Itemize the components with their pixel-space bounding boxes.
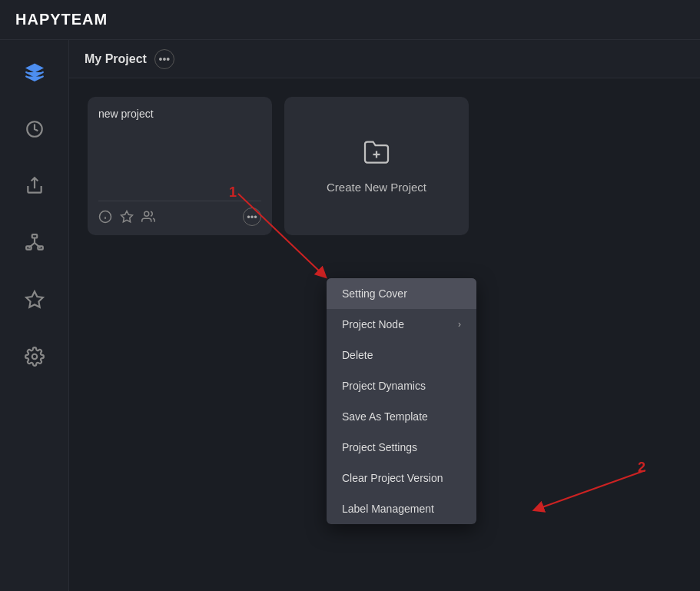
projects-grid: new project (69, 78, 700, 254)
project-card[interactable]: new project (88, 97, 272, 235)
sidebar-item-share[interactable] (18, 169, 51, 203)
app-title: HAPYTEAM (15, 11, 108, 28)
topbar: HAPYTEAM (0, 0, 700, 40)
svg-point-9 (32, 354, 37, 360)
project-header: My Project ••• (69, 40, 700, 78)
context-menu-item-delete[interactable]: Delete (327, 340, 476, 370)
sidebar-item-favorites[interactable] (18, 283, 51, 317)
svg-text:2: 2 (638, 460, 645, 475)
annotation-arrow-2: 2 (515, 455, 668, 547)
svg-rect-2 (32, 234, 37, 237)
card-more-button[interactable]: ••• (243, 208, 261, 226)
project-card-title: new project (98, 108, 261, 120)
context-menu: Setting Cover Project Node › Delete Proj… (327, 278, 476, 524)
svg-marker-8 (26, 291, 43, 307)
chevron-right-icon: › (458, 319, 461, 330)
context-menu-item-project-settings[interactable]: Project Settings (327, 432, 476, 463)
context-menu-item-setting-cover[interactable]: Setting Cover (327, 278, 476, 309)
project-card-actions: ••• (98, 201, 261, 226)
sidebar (0, 40, 69, 591)
sidebar-item-clock[interactable] (18, 112, 51, 146)
create-project-card[interactable]: Create New Project (284, 97, 469, 235)
context-menu-item-project-node[interactable]: Project Node › (327, 309, 476, 340)
sidebar-item-settings[interactable] (18, 340, 51, 374)
context-menu-item-project-dynamics[interactable]: Project Dynamics (327, 370, 476, 401)
sidebar-item-hierarchy[interactable] (18, 226, 51, 260)
create-project-icon (363, 138, 390, 171)
context-menu-item-clear-project-version[interactable]: Clear Project Version (327, 463, 476, 493)
info-icon[interactable] (98, 210, 112, 224)
main-layout: My Project ••• new project (0, 40, 700, 591)
project-more-button[interactable]: ••• (154, 49, 174, 69)
svg-marker-13 (121, 211, 133, 222)
content-area: My Project ••• new project (69, 40, 700, 591)
context-menu-item-label-management[interactable]: Label Management (327, 493, 476, 524)
svg-point-14 (144, 211, 149, 216)
members-icon[interactable] (141, 210, 155, 224)
context-menu-item-save-as-template[interactable]: Save As Template (327, 401, 476, 432)
project-title: My Project (85, 52, 147, 66)
star-card-icon[interactable] (120, 210, 134, 224)
svg-line-19 (538, 470, 645, 509)
sidebar-item-layers[interactable] (18, 55, 51, 89)
create-project-label: Create New Project (327, 181, 426, 194)
